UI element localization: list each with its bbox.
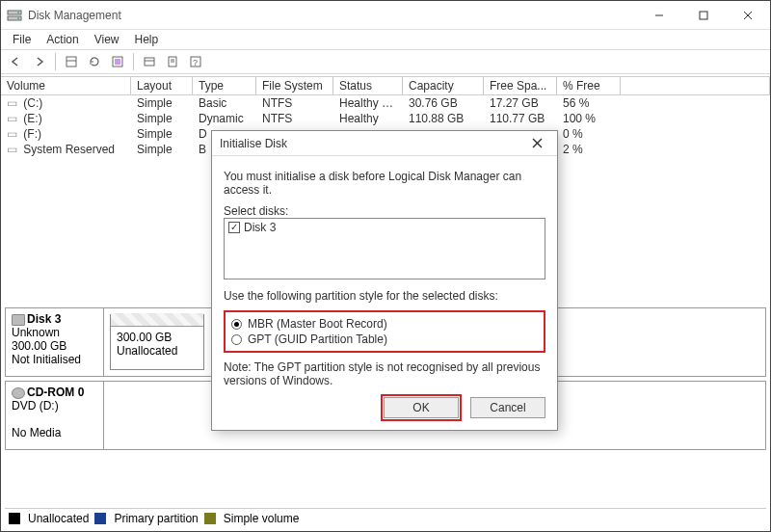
legend-swatch-primary xyxy=(94,513,106,524)
toolbar: ? xyxy=(1,49,770,74)
col-spacer xyxy=(621,77,770,94)
svg-rect-12 xyxy=(145,58,154,66)
disk-media: No Media xyxy=(12,426,97,439)
table-cell: 56 % xyxy=(557,96,621,110)
back-button[interactable] xyxy=(7,52,26,71)
close-button[interactable] xyxy=(726,1,770,30)
dialog-note: Note: The GPT partition style is not rec… xyxy=(224,360,545,387)
svg-point-2 xyxy=(17,12,19,13)
title-bar: Disk Management xyxy=(1,1,770,30)
cancel-button[interactable]: Cancel xyxy=(470,397,545,418)
col-capacity[interactable]: Capacity xyxy=(403,77,484,94)
disk-info: Disk 3 Unknown 300.00 GB Not Initialised xyxy=(6,308,104,376)
table-cell: Healthy xyxy=(333,112,403,125)
menu-help[interactable]: Help xyxy=(129,31,165,48)
legend-label: Primary partition xyxy=(114,512,198,525)
initialize-disk-dialog: Initialise Disk You must initialise a di… xyxy=(211,130,558,431)
refresh-icon[interactable] xyxy=(85,52,104,71)
window-title: Disk Management xyxy=(28,9,637,22)
table-cell: 2 % xyxy=(557,143,621,156)
table-cell: 17.27 GB xyxy=(484,96,557,110)
legend-swatch-simple xyxy=(204,513,216,524)
help-icon[interactable]: ? xyxy=(186,52,205,71)
col-volume[interactable]: Volume xyxy=(1,77,131,94)
svg-rect-11 xyxy=(115,59,120,65)
minimize-button[interactable] xyxy=(637,1,681,30)
checkbox-icon[interactable]: ✓ xyxy=(228,222,240,233)
radio-icon xyxy=(231,334,242,345)
table-cell: ▭ (E:) xyxy=(1,112,131,125)
legend: Unallocated Primary partition Simple vol… xyxy=(5,508,766,527)
table-cell: Healthy (B... xyxy=(333,96,403,110)
svg-rect-8 xyxy=(66,57,76,66)
disk-status: Unknown xyxy=(12,326,97,339)
toolbar-separator xyxy=(133,53,134,70)
toolbar-separator xyxy=(55,53,56,70)
radio-icon xyxy=(231,319,242,330)
dialog-title-bar: Initialise Disk xyxy=(212,131,557,156)
table-cell: Dynamic xyxy=(193,112,256,125)
disk-blank xyxy=(12,412,97,426)
partition-style-group: MBR (Master Boot Record) GPT (GUID Parti… xyxy=(224,310,545,353)
toolbar-icon[interactable] xyxy=(108,52,127,71)
table-cell: ▭ (C:) xyxy=(1,96,131,110)
radio-gpt[interactable]: GPT (GUID Partition Table) xyxy=(231,332,538,347)
dialog-close-button[interactable] xyxy=(524,138,549,148)
select-disks-label: Select disks: xyxy=(224,204,545,218)
partition-box[interactable]: 300.00 GB Unallocated xyxy=(110,314,204,370)
disk-init-state: Not Initialised xyxy=(12,353,97,366)
disk-title: CD-ROM 0 xyxy=(27,386,84,399)
disk-listbox[interactable]: ✓ Disk 3 xyxy=(224,218,545,279)
col-layout[interactable]: Layout xyxy=(131,77,193,94)
table-cell: Simple xyxy=(131,143,193,156)
svg-text:?: ? xyxy=(193,58,198,67)
radio-label: MBR (Master Boot Record) xyxy=(248,317,387,331)
ok-button[interactable]: OK xyxy=(384,397,459,418)
table-cell: ▭ System Reserved xyxy=(1,143,131,156)
forward-button[interactable] xyxy=(30,52,49,71)
table-cell: 100 % xyxy=(557,112,621,125)
table-cell: NTFS xyxy=(256,96,333,110)
table-cell: 110.77 GB xyxy=(484,112,557,125)
col-status[interactable]: Status xyxy=(333,77,403,94)
menu-action[interactable]: Action xyxy=(40,31,84,48)
legend-swatch-unallocated xyxy=(9,513,20,524)
toolbar-icon[interactable] xyxy=(140,52,159,71)
maximize-button[interactable] xyxy=(681,1,726,30)
menu-view[interactable]: View xyxy=(89,31,125,48)
partition-size: 300.00 GB xyxy=(117,331,198,344)
table-cell: 30.76 GB xyxy=(403,96,484,110)
table-cell: Simple xyxy=(131,96,193,110)
svg-point-3 xyxy=(17,17,19,19)
table-row[interactable]: ▭ (C:)SimpleBasicNTFSHealthy (B...30.76 … xyxy=(1,95,770,111)
col-pctfree[interactable]: % Free xyxy=(557,77,621,94)
table-cell: Basic xyxy=(193,96,256,110)
dialog-title: Initialise Disk xyxy=(220,137,524,150)
radio-label: GPT (GUID Partition Table) xyxy=(248,332,387,346)
partition-state: Unallocated xyxy=(117,344,198,358)
table-cell: 0 % xyxy=(557,127,621,141)
menu-file[interactable]: File xyxy=(7,31,37,48)
dialog-instruction: You must initialise a disk before Logica… xyxy=(224,170,545,197)
disk-info: CD-ROM 0 DVD (D:) No Media xyxy=(6,382,104,449)
table-cell: Simple xyxy=(131,127,193,141)
partition-style-label: Use the following partition style for th… xyxy=(224,289,545,303)
app-icon xyxy=(7,8,22,23)
table-row[interactable]: ▭ (E:)SimpleDynamicNTFSHealthy110.88 GB1… xyxy=(1,111,770,126)
col-filesystem[interactable]: File System xyxy=(256,77,333,94)
legend-label: Unallocated xyxy=(28,512,89,525)
disk-list-item[interactable]: ✓ Disk 3 xyxy=(228,221,541,234)
col-free[interactable]: Free Spa... xyxy=(484,77,557,94)
radio-mbr[interactable]: MBR (Master Boot Record) xyxy=(231,316,538,332)
disk-icon xyxy=(12,314,25,326)
cdrom-icon xyxy=(12,387,25,399)
menu-bar: File Action View Help xyxy=(1,30,770,49)
column-headers: Volume Layout Type File System Status Ca… xyxy=(1,76,770,95)
table-cell: 110.88 GB xyxy=(403,112,484,125)
table-cell: ▭ (F:) xyxy=(1,127,131,141)
toolbar-icon[interactable] xyxy=(62,52,81,71)
properties-icon[interactable] xyxy=(163,52,182,71)
disk-size: 300.00 GB xyxy=(12,339,97,353)
disk-list-item-label: Disk 3 xyxy=(244,221,276,234)
col-type[interactable]: Type xyxy=(193,77,256,94)
